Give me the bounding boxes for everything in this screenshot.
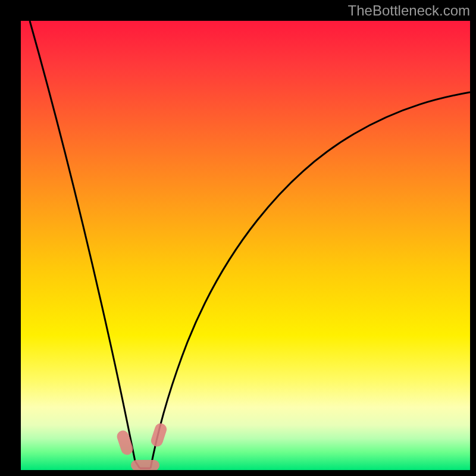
watermark-text: TheBottleneck.com	[348, 2, 470, 19]
curve-left-branch	[30, 21, 140, 468]
plot-area	[21, 21, 470, 470]
chart-frame: TheBottleneck.com	[0, 0, 476, 476]
marker-bottom	[131, 460, 159, 470]
curve-right-branch	[151, 92, 470, 468]
bottleneck-curve	[21, 21, 470, 470]
